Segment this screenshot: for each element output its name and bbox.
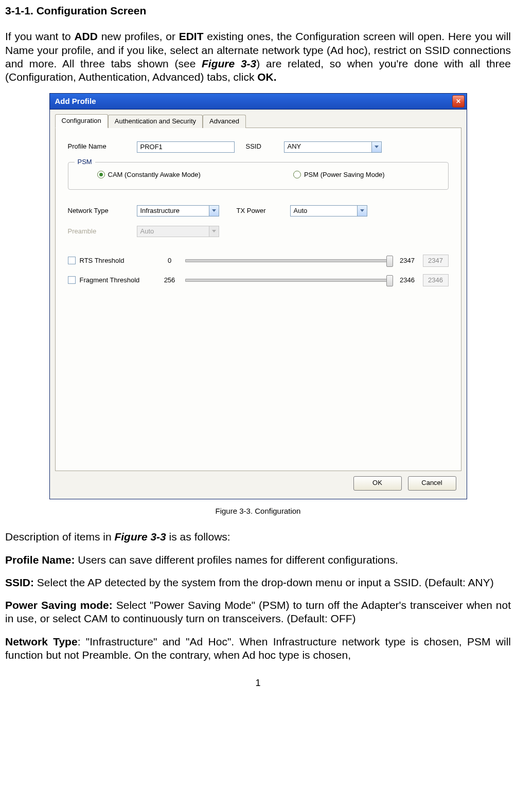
figure-ref: Figure 3-3 [202, 58, 256, 69]
preamble-value: Auto [137, 227, 209, 236]
frag-value: 2346 [423, 274, 449, 286]
checkbox-icon [68, 257, 76, 264]
definition: Users can save different profiles names … [75, 554, 398, 566]
section-heading: 3-1-1. Configuration Screen [5, 4, 511, 17]
profile-name-label: Profile Name [68, 142, 130, 151]
chevron-down-icon [212, 209, 216, 212]
text-bold: EDIT [179, 30, 204, 42]
preamble-label: Preamble [68, 227, 130, 236]
term: Profile Name: [5, 554, 75, 566]
radio-psm[interactable]: PSM (Power Saving Mode) [293, 171, 385, 179]
radio-cam-label: CAM (Constantly Awake Mode) [108, 171, 201, 179]
chevron-down-icon [212, 230, 216, 232]
ssid-value: ANY [284, 142, 371, 151]
ok-button[interactable]: OK [353, 476, 402, 491]
radio-icon [97, 171, 105, 178]
fragment-threshold-checkbox[interactable]: Fragment Threshold [68, 276, 155, 284]
description-intro: Description of items in Figure 3-3 is as… [5, 530, 511, 544]
tx-power-combo[interactable]: Auto [290, 205, 367, 216]
text-bold: OK. [257, 71, 276, 83]
preamble-dropdown-button [209, 226, 219, 237]
figure-ref: Figure 3-3 [114, 531, 166, 543]
text-bold: ADD [74, 30, 98, 42]
network-type-combo[interactable]: Infrastructure [137, 205, 219, 216]
rts-threshold-label: RTS Threshold [80, 257, 124, 265]
frag-min: 256 [159, 276, 180, 284]
rts-value: 2347 [423, 255, 449, 267]
tx-power-dropdown-button[interactable] [357, 206, 367, 216]
dialog-button-bar: OK Cancel [55, 471, 461, 493]
radio-psm-label: PSM (Power Saving Mode) [304, 171, 385, 179]
dialog-body: Configuration Authentication and Securit… [50, 110, 467, 498]
close-button[interactable]: ✕ [452, 95, 465, 107]
profile-name-input[interactable] [137, 141, 235, 153]
desc-psm: Power Saving mode: Select "Power Saving … [5, 599, 511, 626]
checkbox-icon [68, 276, 76, 284]
psm-legend: PSM [75, 158, 95, 166]
slider-thumb-icon[interactable] [386, 275, 393, 286]
figure-caption: Figure 3-3. Configuration [5, 507, 511, 516]
chevron-down-icon [360, 209, 364, 212]
term: SSID: [5, 576, 34, 588]
preamble-combo: Auto [137, 226, 219, 237]
text: new profiles, or [98, 30, 179, 42]
add-profile-dialog: Add Profile ✕ Configuration Authenticati… [49, 93, 467, 499]
close-icon: ✕ [456, 98, 461, 105]
text: If you want to [5, 30, 74, 42]
dialog-titlebar: Add Profile ✕ [50, 94, 467, 110]
psm-groupbox: PSM CAM (Constantly Awake Mode) PSM (Pow… [68, 162, 449, 190]
fragment-threshold-label: Fragment Threshold [80, 276, 140, 284]
tx-power-label: TX Power [237, 207, 283, 215]
tx-power-value: Auto [291, 207, 357, 215]
cancel-button[interactable]: Cancel [408, 476, 456, 491]
tab-authentication[interactable]: Authentication and Security [108, 115, 203, 128]
intro-paragraph: If you want to ADD new profiles, or EDIT… [5, 30, 511, 84]
frag-slider[interactable] [185, 279, 392, 282]
ssid-dropdown-button[interactable] [371, 142, 381, 152]
chevron-down-icon [375, 146, 379, 148]
term: Power Saving mode: [5, 599, 113, 611]
term: Network Type [5, 636, 78, 647]
tab-panel-configuration: Profile Name SSID ANY PSM CAM (Constantl… [55, 128, 461, 471]
frag-max: 2346 [397, 276, 418, 284]
desc-ssid: SSID: Select the AP detected by the syst… [5, 576, 511, 589]
page-number: 1 [5, 677, 511, 689]
tab-configuration[interactable]: Configuration [55, 114, 108, 128]
text: Description of items in [5, 531, 114, 543]
rts-min: 0 [159, 257, 180, 265]
rts-max: 2347 [397, 257, 418, 265]
network-type-label: Network Type [68, 207, 130, 215]
ssid-combo[interactable]: ANY [284, 141, 382, 153]
rts-threshold-checkbox[interactable]: RTS Threshold [68, 257, 155, 265]
tab-advanced[interactable]: Advanced [203, 115, 246, 128]
radio-icon [293, 171, 301, 178]
desc-network-type: Network Type: "Infrastructure" and "Ad H… [5, 635, 511, 662]
ssid-label: SSID [246, 142, 277, 151]
dialog-title: Add Profile [55, 97, 96, 106]
text: is as follows: [166, 531, 230, 543]
tabstrip: Configuration Authentication and Securit… [55, 114, 461, 128]
desc-profile-name: Profile Name: Users can save different p… [5, 553, 511, 567]
definition: Select the AP detected by the system fro… [34, 576, 494, 588]
definition: : "Infrastructure" and "Ad Hoc". When In… [5, 636, 511, 661]
radio-cam[interactable]: CAM (Constantly Awake Mode) [97, 171, 201, 179]
slider-thumb-icon[interactable] [386, 256, 393, 267]
network-type-value: Infrastructure [137, 207, 209, 215]
rts-slider[interactable] [185, 259, 392, 262]
network-type-dropdown-button[interactable] [209, 206, 219, 216]
